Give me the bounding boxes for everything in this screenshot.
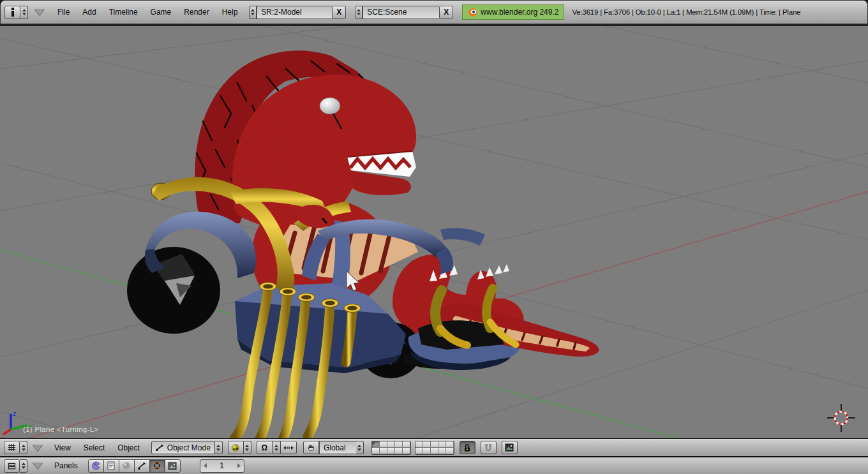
- layer-10[interactable]: [446, 441, 454, 448]
- frame-increment-icon[interactable]: [237, 463, 241, 468]
- screen-name-field[interactable]: SR:2-Model: [257, 6, 332, 19]
- layer-20[interactable]: [446, 448, 454, 454]
- menu-help[interactable]: Help: [216, 8, 244, 17]
- window-type-stepper[interactable]: [20, 6, 28, 19]
- menu-add[interactable]: Add: [76, 8, 102, 17]
- blender-version-badge: www.blender.org 249.2: [462, 4, 564, 20]
- menu-timeline[interactable]: Timeline: [103, 8, 144, 17]
- mode-label: Object Mode: [167, 443, 211, 452]
- scene-image-icon: [168, 462, 177, 470]
- scene-browse-stepper[interactable]: [355, 6, 363, 19]
- editor-type-button[interactable]: [4, 441, 20, 454]
- axis-z-label: z: [12, 410, 17, 417]
- layer-6[interactable]: [415, 441, 423, 448]
- header-collapse-icon[interactable]: [33, 463, 43, 469]
- layer-9[interactable]: [438, 441, 446, 448]
- frame-value: 1: [220, 461, 224, 470]
- layer-18[interactable]: [431, 448, 438, 454]
- scene-context-button[interactable]: [165, 459, 181, 473]
- window-type-button[interactable]: [4, 6, 20, 19]
- layer-3[interactable]: [387, 441, 395, 448]
- layer-8[interactable]: [431, 441, 438, 448]
- menu-object[interactable]: Object: [111, 443, 146, 452]
- layer-1[interactable]: [372, 441, 380, 448]
- frame-number-stepper[interactable]: 1: [200, 459, 244, 473]
- layer-buttons-group1[interactable]: [371, 441, 411, 455]
- object-mode-icon: [156, 443, 164, 452]
- menu-view[interactable]: View: [48, 443, 77, 452]
- manipulator-toggle-button[interactable]: [280, 441, 297, 454]
- pivot-stepper[interactable]: [273, 441, 280, 454]
- screen-delete-button[interactable]: X: [332, 6, 346, 19]
- screen-browse-stepper[interactable]: [249, 6, 257, 19]
- layer-19[interactable]: [438, 448, 446, 454]
- panels-menu[interactable]: Panels: [48, 461, 84, 470]
- render-preview-button[interactable]: [502, 441, 518, 454]
- object-context-button[interactable]: [134, 459, 150, 473]
- editor-type-stepper[interactable]: [20, 441, 27, 454]
- scene-delete-button[interactable]: X: [439, 6, 453, 19]
- magnet-icon: [484, 443, 493, 452]
- layer-11[interactable]: [372, 448, 380, 454]
- render-image-icon: [505, 443, 514, 452]
- header-collapse-icon[interactable]: [33, 445, 43, 451]
- draw-type-dropdown[interactable]: [228, 441, 244, 454]
- frame-decrement-icon[interactable]: [204, 463, 207, 468]
- layer-buttons-group2[interactable]: [415, 441, 454, 455]
- layer-12[interactable]: [380, 448, 387, 454]
- mode-dropdown[interactable]: Object Mode: [151, 441, 215, 454]
- buttons-window-icon: [8, 462, 16, 470]
- info-header: File Add Timeline Game Render Help SR:2-…: [0, 0, 868, 26]
- rotation-pivot-icon: Ω: [262, 443, 268, 452]
- blender-logo-icon: [468, 8, 477, 17]
- snap-button[interactable]: [481, 441, 497, 454]
- buttons-window-header: Panels: [0, 457, 868, 474]
- logic-pacman-icon: [91, 461, 100, 470]
- orientation-icon-button[interactable]: [303, 441, 319, 454]
- draw-type-stepper[interactable]: [244, 441, 251, 454]
- menu-render[interactable]: Render: [177, 8, 215, 17]
- context-button-group: [88, 459, 181, 473]
- view3d-header: View Select Object Object Mode Ω Global: [0, 438, 868, 457]
- orientation-label: Global: [324, 443, 346, 452]
- pivot-dropdown[interactable]: Ω: [257, 441, 273, 454]
- lock-to-scene-button[interactable]: [460, 441, 475, 454]
- editor-type-button[interactable]: [4, 459, 20, 473]
- screen-name-value: SR:2-Model: [261, 8, 301, 17]
- header-collapse-icon[interactable]: [34, 9, 45, 15]
- scene-name-field[interactable]: SCE:Scene: [363, 6, 439, 19]
- orientation-stepper[interactable]: [356, 441, 364, 454]
- layer-17[interactable]: [423, 448, 431, 454]
- layer-13[interactable]: [387, 448, 395, 454]
- menu-game[interactable]: Game: [144, 8, 178, 17]
- shading-context-button[interactable]: [119, 459, 135, 473]
- logic-context-button[interactable]: [88, 459, 104, 473]
- menu-file[interactable]: File: [51, 8, 76, 17]
- 3d-view-grid-icon: [8, 443, 16, 452]
- mode-stepper[interactable]: [215, 441, 223, 454]
- material-sphere-icon: [122, 461, 131, 470]
- editing-context-button[interactable]: [149, 459, 165, 473]
- viewport-3d[interactable]: z y x (1) Plane <Turning-L>: [0, 26, 868, 438]
- layer-16[interactable]: [415, 448, 423, 454]
- layer-7[interactable]: [423, 441, 431, 448]
- layer-2[interactable]: [380, 441, 387, 448]
- script-page-icon: [107, 461, 115, 470]
- layer-4[interactable]: [395, 441, 403, 448]
- active-object-info: (1) Plane <Turning-L>: [23, 426, 98, 433]
- layer-14[interactable]: [395, 448, 403, 454]
- layer-15[interactable]: [403, 448, 410, 454]
- orientation-dropdown[interactable]: Global: [319, 441, 356, 454]
- script-context-button[interactable]: [103, 459, 119, 473]
- shaded-sphere-icon: [231, 443, 240, 452]
- viewport-canvas: z y x: [0, 26, 868, 438]
- version-text: www.blender.org 249.2: [481, 8, 558, 17]
- lock-icon: [463, 443, 472, 452]
- menu-select[interactable]: Select: [77, 443, 111, 452]
- scene-name-value: SCE:Scene: [367, 8, 407, 17]
- layer-5[interactable]: [403, 441, 410, 448]
- editor-type-stepper[interactable]: [20, 459, 27, 473]
- grid-floor: [0, 26, 868, 438]
- close-icon: X: [336, 8, 341, 17]
- scene-statistics: Ve:3619 | Fa:3706 | Ob:10-0 | La:1 | Mem…: [572, 8, 800, 16]
